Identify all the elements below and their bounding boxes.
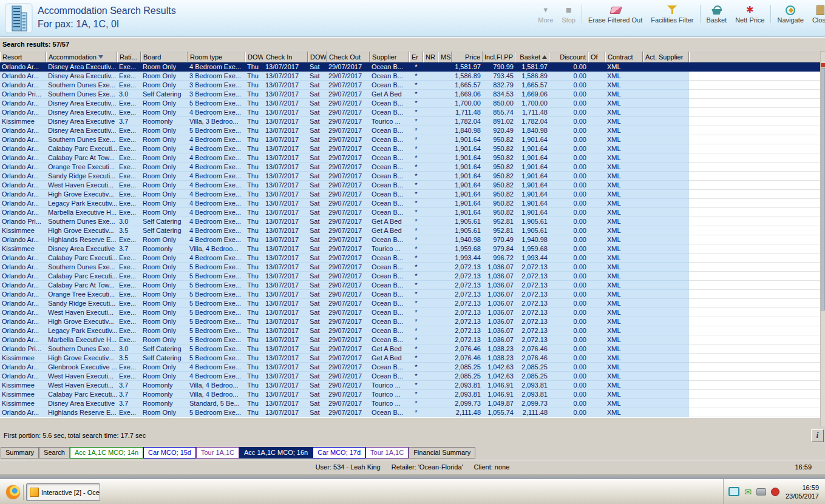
cell-nr (423, 181, 438, 190)
printer-tray-icon[interactable] (756, 488, 766, 496)
quick-launch-browser-icon[interactable] (6, 485, 20, 499)
column-header-board[interactable]: Board (141, 52, 188, 62)
table-row[interactable]: Orlando Ar...Sandy Ridge Executi...Exe..… (0, 299, 820, 308)
cell-accommodation: Calabay Parc Executi... (46, 254, 117, 263)
basket-button[interactable]: Basket (702, 4, 732, 24)
table-row[interactable]: Orlando Ar...Disney Area Executiv...Exe.… (0, 62, 820, 72)
table-row[interactable]: Orlando Ar...Disney Area Executiv...Exe.… (0, 126, 820, 135)
scrollbar-thumb[interactable] (821, 68, 825, 311)
table-row[interactable]: Orlando Ar...High Grove Executiv...Exe..… (0, 190, 820, 199)
cell-incl-fl-pp: 950.82 (483, 199, 515, 208)
tab-tour-1a-1c[interactable]: Tour 1A,1C (196, 447, 239, 459)
column-header-room-type[interactable]: Room type (188, 52, 245, 62)
table-row[interactable]: KissimmeeDisney Area Executive3.7Roomonl… (0, 244, 820, 254)
facilities-filter-button[interactable]: Facilities Filter (647, 4, 698, 24)
more-button[interactable]: More (534, 4, 557, 24)
table-row[interactable]: Orlando Ar...Calabay Parc Executi...Exe.… (0, 144, 820, 153)
table-row[interactable]: KissimmeeDisney Area Executive3.7Roomonl… (0, 117, 820, 126)
stop-button[interactable]: Stop (557, 4, 580, 24)
table-row[interactable]: Orlando Ar...Disney Area Executiv...Exe.… (0, 99, 820, 108)
table-row[interactable]: Orlando Ar...Calabay Parc At Tow...Exe..… (0, 281, 820, 290)
navigate-button[interactable]: Navigate (773, 4, 807, 24)
table-row[interactable]: Orlando Ar...Disney Area Executiv...Exe.… (0, 72, 820, 81)
table-row[interactable]: Orlando Ar...Sandy Ridge Executi...Exe..… (0, 172, 820, 181)
table-row[interactable]: Orlando Pri...Southern Dunes Exe...3.0Se… (0, 90, 820, 99)
table-row[interactable]: Orlando Ar...Legacy Park Executiv...Exe.… (0, 326, 820, 335)
table-row[interactable]: KissimmeeDisney Area Executive3.7Roomonl… (0, 399, 820, 408)
table-row[interactable]: Orlando Ar...Calabay Parc Executi...Exe.… (0, 254, 820, 263)
tab-financial-summary[interactable]: Financial Summary (409, 447, 475, 459)
column-header-check-out[interactable]: Check Out (327, 52, 370, 62)
column-header-basket[interactable]: Basket (515, 52, 549, 62)
table-row[interactable]: Orlando Ar...Southern Dunes Exe...Exe...… (0, 81, 820, 90)
tab-summary[interactable]: Summary (1, 447, 39, 459)
row-filler (689, 217, 820, 226)
tab-car-mco-17d[interactable]: Car MCO; 17d (313, 447, 365, 459)
table-row[interactable]: Orlando Ar...Orange Tree Executi...Exe..… (0, 163, 820, 172)
tab-acc-1a-1c-mco-16n[interactable]: Acc 1A,1C MCO; 16n (239, 447, 313, 459)
cell-act-supplier (643, 181, 689, 190)
table-row[interactable]: Orlando Ar...Marbella Executive H...Exe.… (0, 208, 820, 217)
column-header-ms[interactable]: MS (438, 52, 452, 62)
column-header-price[interactable]: Price (452, 52, 483, 62)
column-header-nr[interactable]: NR (423, 52, 438, 62)
taskbar-button-interactive[interactable]: Interactive [2] - Oce... (26, 483, 100, 501)
window-edge (0, 474, 825, 479)
table-row[interactable]: Orlando Ar...Legacy Park Executiv...Exe.… (0, 199, 820, 208)
tab-acc-1a-1c-mco-14n[interactable]: Acc 1A,1C MCO; 14n (70, 447, 143, 459)
cell-act-supplier (643, 163, 689, 172)
table-row[interactable]: Orlando Ar...Calabay Parc Executi...Exe.… (0, 272, 820, 281)
info-button[interactable]: i (811, 429, 824, 442)
table-row[interactable]: Orlando Ar...Highlands Reserve E...Exe..… (0, 235, 820, 244)
cell-rati: Exe... (117, 263, 141, 272)
tab-tour-1a-1c[interactable]: Tour 1A,1C (365, 447, 409, 459)
table-row[interactable]: KissimmeeCalabay Parc Executi...3.7Roomo… (0, 390, 820, 399)
table-row[interactable]: Orlando Ar...Disney Area Executiv...Exe.… (0, 108, 820, 117)
vertical-scrollbar[interactable] (820, 52, 825, 426)
table-row[interactable]: Orlando Pri...Southern Dunes Exe...3.0Se… (0, 344, 820, 354)
table-row[interactable]: KissimmeeHigh Grove Executiv...3.5Self C… (0, 226, 820, 235)
column-header-supplier[interactable]: Supplier (370, 52, 409, 62)
column-header-check-in[interactable]: Check In (263, 52, 308, 62)
notification-tray-icon[interactable] (771, 488, 779, 496)
column-header-dow[interactable]: DOW (245, 52, 263, 62)
tab-search[interactable]: Search (39, 447, 70, 459)
cell-room-type: 5 Bedroom Exe... (188, 272, 245, 281)
table-row[interactable]: KissimmeeWest Haven Executi...3.7Roomonl… (0, 381, 820, 390)
table-row[interactable]: Orlando Ar...West Haven Executi...Exe...… (0, 372, 820, 381)
tab-car-mco-15d[interactable]: Car MCO; 15d (143, 447, 196, 459)
table-row[interactable]: Orlando Ar...Glenbrook Executive ...Exe.… (0, 363, 820, 372)
column-header-rati[interactable]: Rati... (117, 52, 141, 62)
column-header-resort[interactable]: Resort (0, 52, 46, 62)
table-row[interactable]: Orlando Ar...West Haven Executi...Exe...… (0, 181, 820, 190)
erase-filtered-out-button[interactable]: Erase Filtered Out (584, 4, 647, 24)
column-header-incl-fl-pp[interactable]: Incl.Fl.PP (483, 52, 515, 62)
close-button[interactable]: Close (808, 4, 825, 24)
table-row[interactable]: Orlando Ar...Southern Dunes Exe...Exe...… (0, 135, 820, 144)
table-row[interactable]: Orlando Ar...Calabay Parc At Tow...Exe..… (0, 153, 820, 163)
column-header-dow[interactable]: DOW (308, 52, 327, 62)
table-row[interactable]: Orlando Ar...Highlands Reserve E...Exe..… (0, 408, 820, 417)
table-row[interactable]: Orlando Ar...Orange Tree Executi...Exe..… (0, 290, 820, 299)
stop-label: Stop (562, 16, 575, 24)
display-tray-icon[interactable] (728, 487, 739, 496)
table-row[interactable]: KissimmeeHigh Grove Executiv...3.5Self C… (0, 354, 820, 363)
cell-dow: Thu (245, 244, 263, 254)
column-header-accommodation[interactable]: Accommodation (46, 52, 117, 62)
table-row[interactable]: Orlando Ar...High Grove Executiv...Exe..… (0, 317, 820, 326)
column-header-act-supplier[interactable]: Act. Supplier (643, 52, 689, 62)
table-row[interactable]: Orlando Ar...Marbella Executive H...Exe.… (0, 335, 820, 344)
filter-icon[interactable] (98, 55, 103, 59)
column-header-of[interactable]: Of (588, 52, 605, 62)
messenger-tray-icon[interactable] (744, 486, 752, 497)
cell-nr (423, 99, 438, 108)
cell-supplier: Ocean B... (370, 335, 409, 344)
nett-price-button[interactable]: Nett Price (731, 4, 769, 24)
column-header-er[interactable]: Er (409, 52, 423, 62)
column-header-discount[interactable]: Discount (549, 52, 588, 62)
table-row[interactable]: Orlando Ar...West Haven Executi...Exe...… (0, 308, 820, 317)
column-header-contract[interactable]: Contract (605, 52, 643, 62)
table-row[interactable]: Orlando Ar...Southern Dunes Exe...Exe...… (0, 263, 820, 272)
table-row[interactable]: Orlando Pri...Southern Dunes Exe...3.0Se… (0, 217, 820, 226)
cell-basket: 1,901.64 (515, 163, 549, 172)
